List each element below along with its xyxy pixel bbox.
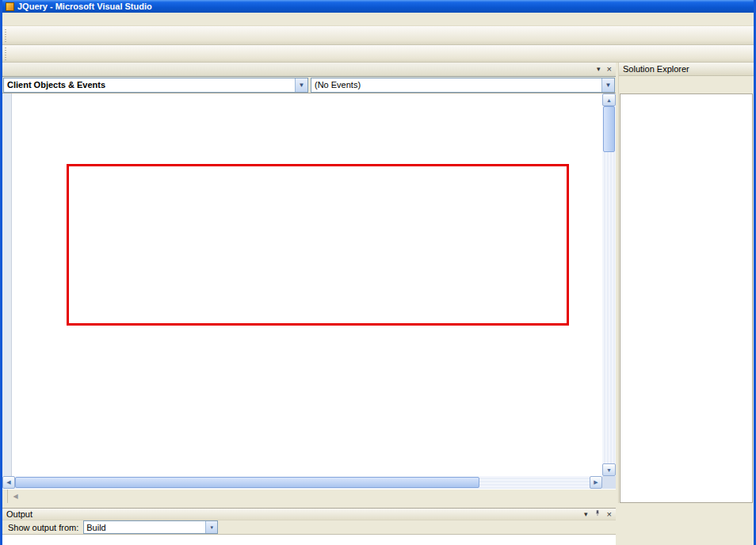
title-bar[interactable]: JQuery - Microsoft Visual Studio xyxy=(2,0,754,13)
scroll-left-icon[interactable]: ◀ xyxy=(2,476,15,489)
close-panel-icon[interactable]: × xyxy=(607,509,612,519)
view-switch-bar: ◀ xyxy=(2,489,616,503)
menu-bar xyxy=(2,13,754,26)
window-title: JQuery - Microsoft Visual Studio xyxy=(17,2,152,11)
standard-toolbar xyxy=(2,26,754,45)
line-number-gutter xyxy=(12,93,47,476)
solution-explorer-title: Solution Explorer xyxy=(623,64,689,74)
chevron-down-icon: ▼ xyxy=(601,78,614,92)
toolbar-grip[interactable] xyxy=(4,29,8,42)
visual-studio-window: { "window": {"title": "JQuery - Microsof… xyxy=(0,0,756,545)
auto-hide-pin-icon[interactable] xyxy=(594,509,601,519)
toolbar-grip[interactable] xyxy=(4,48,8,60)
document-tab-strip: ▾ × xyxy=(2,63,616,77)
event-dropdown[interactable]: (No Events) ▼ xyxy=(311,78,615,93)
code-area[interactable] xyxy=(47,93,602,476)
vertical-scroll-thumb[interactable] xyxy=(603,106,615,152)
object-dropdown[interactable]: Client Objects & Events ▼ xyxy=(3,78,308,93)
scroll-down-icon[interactable]: ▼ xyxy=(602,463,616,476)
editor-navigation-bar: Client Objects & Events ▼ (No Events) ▼ xyxy=(2,77,616,93)
output-toolbar: Show output from: Build ▾ xyxy=(2,520,616,535)
output-content[interactable] xyxy=(2,535,616,545)
scrollbar-corner xyxy=(602,476,616,489)
breakpoint-margin[interactable] xyxy=(2,93,12,476)
app-icon xyxy=(6,2,14,11)
solution-explorer-panel: Solution Explorer xyxy=(618,63,754,503)
output-panel-title: Output xyxy=(6,509,32,519)
scroll-up-icon[interactable]: ▲ xyxy=(602,93,616,106)
solution-tree xyxy=(620,93,753,503)
editor-vertical-scrollbar[interactable]: ▲ ▼ xyxy=(602,93,616,476)
show-output-from-label: Show output from: xyxy=(5,523,82,532)
chevron-down-icon: ▼ xyxy=(295,78,307,92)
output-source-combo[interactable]: Build ▾ xyxy=(83,520,218,534)
editor-horizontal-scrollbar[interactable]: ◀ ▶ xyxy=(2,476,616,489)
output-panel: Output ▾ × Show output from: Build ▾ xyxy=(2,508,616,545)
scroll-right-icon[interactable]: ▶ xyxy=(590,476,602,489)
active-files-dropdown-icon[interactable]: ▾ xyxy=(597,65,601,73)
horizontal-scroll-thumb[interactable] xyxy=(15,477,479,488)
chevron-down-icon: ▾ xyxy=(205,521,217,533)
window-menu-icon[interactable]: ▾ xyxy=(584,510,588,518)
html-formatting-toolbar xyxy=(2,45,754,63)
close-document-icon[interactable]: × xyxy=(607,64,612,74)
code-editor: ▲ ▼ xyxy=(2,93,616,476)
breadcrumb-scroll-left-icon[interactable]: ◀ xyxy=(11,490,20,502)
solution-explorer-toolbar xyxy=(619,76,754,93)
